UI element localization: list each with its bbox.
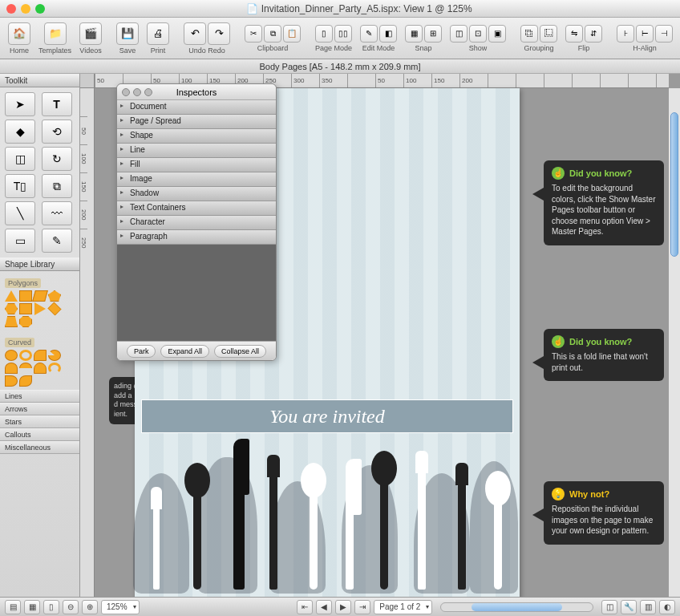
show-c-button[interactable]: ▣ [488, 25, 506, 43]
align-right-button[interactable]: ⊣ [655, 25, 673, 43]
sb-prev-page-button[interactable]: ◀ [316, 600, 332, 614]
triangle-shape[interactable] [5, 290, 18, 302]
fork-icon[interactable] [418, 465, 426, 590]
edit-normal-button[interactable]: ✎ [360, 25, 378, 43]
spoon-icon[interactable] [310, 485, 318, 590]
square-shape[interactable] [19, 290, 32, 302]
sb-tool-a-button[interactable]: ◫ [601, 600, 617, 614]
close-button[interactable] [6, 4, 16, 14]
sb-tool-b-button[interactable]: 🔧 [621, 600, 637, 614]
page-spread-button[interactable]: ▯▯ [334, 25, 352, 43]
reshape-tool[interactable]: ↻ [42, 147, 72, 171]
cut-button[interactable]: ✂ [245, 25, 262, 43]
rtriangle-shape[interactable] [34, 302, 46, 315]
zoom-button[interactable] [35, 4, 45, 14]
paste-button[interactable]: 📋 [283, 25, 301, 43]
redo-button[interactable]: ↷ [208, 22, 230, 45]
inspector-row-fill[interactable]: Fill [117, 158, 276, 172]
inspector-row-page-spread[interactable]: Page / Spread [117, 115, 276, 129]
sb-zoom-out-button[interactable]: ⊖ [63, 600, 79, 614]
inspector-row-character[interactable]: Character [117, 216, 276, 230]
rotate-tool[interactable]: ⟲ [42, 120, 72, 144]
cat-callouts[interactable]: Callouts [0, 428, 79, 441]
arc-shape[interactable] [19, 363, 32, 374]
page-single-button[interactable]: ▯ [315, 25, 333, 43]
show-b-button[interactable]: ⊡ [469, 25, 487, 43]
expand-all-button[interactable]: Expand All [160, 345, 209, 358]
sb-last-page-button[interactable]: ⇥ [354, 600, 370, 614]
trapezoid-shape[interactable] [5, 316, 18, 327]
sb-next-page-button[interactable]: ▶ [335, 600, 351, 614]
cat-stars[interactable]: Stars [0, 415, 79, 428]
pencil-tool[interactable]: ✎ [42, 229, 72, 253]
inspectors-panel[interactable]: Inspectors Document Page / Spread Shape … [116, 83, 277, 361]
inspector-row-paragraph[interactable]: Paragraph [117, 230, 276, 245]
leaf-shape[interactable] [19, 375, 32, 387]
align-center-button[interactable]: ⊢ [636, 25, 654, 43]
inspector-row-shadow[interactable]: Shadow [117, 187, 276, 201]
save-button[interactable]: 💾 [116, 22, 139, 45]
curve-tool[interactable]: 〰 [42, 201, 72, 225]
inspector-row-text-containers[interactable]: Text Containers [117, 201, 276, 216]
print-button[interactable]: 🖨 [147, 22, 169, 45]
flip-v-button[interactable]: ⇵ [585, 25, 602, 43]
open-ring-shape[interactable] [48, 363, 61, 374]
edit-master-button[interactable]: ◧ [379, 25, 397, 43]
home-button[interactable]: 🏠 [8, 22, 30, 45]
text-tool[interactable]: T [42, 92, 72, 116]
invite-banner[interactable]: You are invited [141, 399, 513, 433]
text-frame-tool[interactable]: T▯ [5, 174, 35, 198]
sb-tool-d-button[interactable]: ◐ [659, 600, 675, 614]
fork-icon[interactable] [458, 477, 466, 590]
fork-icon[interactable] [269, 469, 277, 590]
sb-first-page-button[interactable]: ⇤ [297, 600, 313, 614]
group-button[interactable]: ⿻ [520, 25, 538, 43]
sb-view2-button[interactable]: ▦ [24, 600, 40, 614]
templates-button[interactable]: 📁 [44, 22, 67, 45]
minimize-button[interactable] [21, 4, 30, 14]
horizontal-scroll-thumb[interactable] [472, 603, 562, 611]
vertical-scroll-thumb[interactable] [670, 112, 678, 257]
align-left-button[interactable]: ⊦ [617, 25, 634, 43]
snap-grid-button[interactable]: ▦ [405, 25, 423, 43]
node-tool[interactable]: ◆ [5, 120, 35, 144]
flip-h-button[interactable]: ⇋ [565, 25, 583, 43]
inspectors-titlebar[interactable]: Inspectors [117, 84, 276, 100]
ring-shape[interactable] [19, 350, 32, 361]
inspector-row-document[interactable]: Document [117, 100, 276, 115]
horizontal-scrollbar[interactable] [440, 602, 593, 612]
page-select[interactable]: Page 1 of 2 [374, 600, 432, 614]
half-shape[interactable] [5, 363, 18, 374]
pentagon-shape[interactable] [48, 290, 61, 302]
panel-zoom-icon[interactable] [144, 88, 152, 96]
park-button[interactable]: Park [127, 345, 156, 358]
inspector-row-image[interactable]: Image [117, 172, 276, 187]
inspector-row-shape[interactable]: Shape [117, 129, 276, 144]
diamond-shape[interactable] [48, 302, 62, 316]
knife-icon[interactable] [233, 445, 245, 590]
show-a-button[interactable]: ◫ [450, 25, 468, 43]
ungroup-button[interactable]: ⿺ [540, 25, 557, 43]
cat-misc[interactable]: Miscellaneous [0, 441, 79, 454]
panel-close-icon[interactable] [122, 88, 130, 96]
zoom-select[interactable]: 125% [101, 600, 140, 614]
undo-button[interactable]: ↶ [184, 22, 206, 45]
parallelogram-shape[interactable] [32, 290, 48, 302]
copy-button[interactable]: ⧉ [264, 25, 281, 43]
circle-shape[interactable] [5, 350, 18, 361]
halfcircle-shape[interactable] [5, 375, 18, 387]
collapse-all-button[interactable]: Collapse All [214, 345, 266, 358]
pie-shape[interactable] [48, 350, 61, 361]
fork-icon[interactable] [153, 501, 160, 590]
linked-text-tool[interactable]: ⧉ [42, 174, 72, 198]
spoon-icon[interactable] [193, 485, 201, 590]
sb-tool-c-button[interactable]: ▥ [640, 600, 656, 614]
vertical-scrollbar[interactable] [669, 88, 680, 597]
spoon-icon[interactable] [380, 473, 388, 590]
pointer-tool[interactable]: ➤ [5, 92, 35, 116]
octagon-shape[interactable] [19, 316, 32, 327]
hexagon-shape[interactable] [5, 303, 18, 314]
rect-tool[interactable]: ▭ [5, 229, 35, 253]
panel-min-icon[interactable] [133, 88, 141, 96]
cat-lines[interactable]: Lines [0, 390, 79, 403]
